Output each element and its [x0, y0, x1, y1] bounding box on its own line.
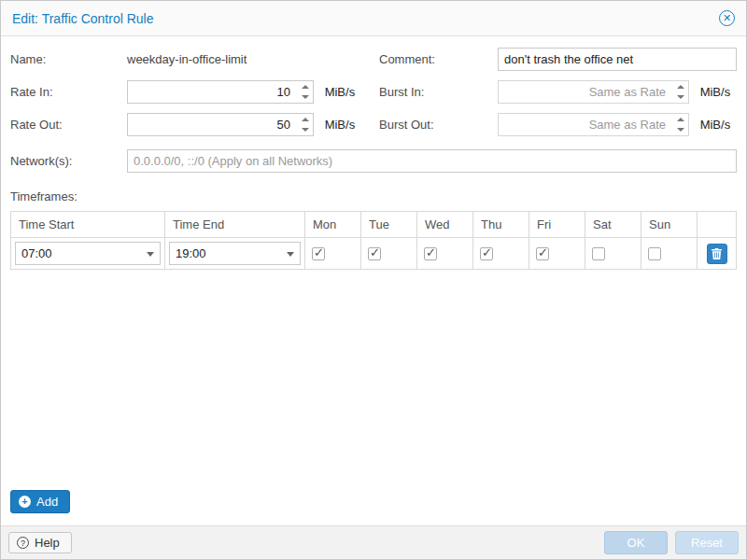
checkbox-sat[interactable] — [592, 247, 605, 260]
rate-out-unit: MiB/s — [325, 118, 356, 132]
checkbox-thu[interactable] — [480, 247, 493, 260]
empty-area — [10, 270, 737, 490]
burst-out-label: Burst Out: — [379, 118, 498, 132]
burst-in-field: MiB/s — [498, 80, 737, 104]
comment-input[interactable] — [498, 48, 737, 71]
col-header-fri: Fri — [529, 212, 585, 238]
spin-up-icon[interactable] — [673, 81, 688, 92]
burst-in-spinner[interactable] — [673, 81, 688, 103]
plus-circle-icon: + — [19, 496, 31, 508]
footer-actions: OK Reset — [604, 531, 739, 554]
rate-out-field: MiB/s — [127, 113, 379, 136]
form-grid: Name: weekday-in-office-limit Comment: R… — [10, 48, 737, 136]
dialog-titlebar: Edit: Traffic Control Rule ✕ — [1, 1, 746, 36]
rate-in-input[interactable] — [127, 80, 314, 104]
rate-out-wrap — [127, 113, 314, 136]
checkbox-sun[interactable] — [648, 247, 661, 260]
spin-down-icon[interactable] — [298, 125, 313, 136]
add-button[interactable]: + Add — [10, 490, 70, 513]
rate-out-input[interactable] — [127, 113, 314, 136]
col-header-sun: Sun — [641, 212, 698, 238]
checkbox-wed[interactable] — [424, 247, 437, 260]
add-button-label: Add — [36, 495, 58, 509]
burst-in-input[interactable] — [498, 80, 689, 104]
spin-up-icon[interactable] — [298, 81, 313, 92]
rate-in-wrap — [127, 80, 314, 104]
trash-icon — [712, 248, 722, 259]
burst-in-unit: MiB/s — [700, 85, 731, 99]
checkbox-fri[interactable] — [536, 247, 549, 260]
timeframes-label: Timeframes: — [10, 189, 737, 203]
spin-down-icon[interactable] — [673, 125, 688, 136]
rate-out-spinner[interactable] — [298, 114, 313, 135]
dialog-footer: ? Help OK Reset — [1, 525, 746, 559]
close-icon[interactable]: ✕ — [719, 10, 735, 26]
checkbox-tue[interactable] — [368, 247, 381, 260]
col-header-actions — [698, 212, 737, 238]
burst-out-spinner[interactable] — [673, 114, 688, 135]
spin-down-icon[interactable] — [673, 92, 688, 104]
burst-out-field: MiB/s — [498, 113, 737, 136]
time-end-input[interactable] — [169, 242, 301, 265]
comment-field-wrap — [498, 48, 737, 71]
rate-in-unit: MiB/s — [325, 85, 356, 99]
burst-in-wrap — [498, 80, 689, 104]
comment-label: Comment: — [379, 52, 498, 66]
burst-in-label: Burst In: — [379, 85, 498, 99]
networks-row: Network(s): — [10, 149, 737, 173]
spin-up-icon[interactable] — [673, 114, 688, 125]
help-button[interactable]: ? Help — [8, 532, 72, 553]
edit-traffic-control-rule-dialog: Edit: Traffic Control Rule ✕ Name: weekd… — [0, 0, 747, 560]
networks-input[interactable] — [127, 149, 737, 173]
time-start-combo[interactable] — [15, 242, 161, 265]
ok-button[interactable]: OK — [604, 531, 668, 554]
reset-button[interactable]: Reset — [675, 531, 739, 554]
rate-in-field: MiB/s — [127, 80, 379, 104]
col-header-time-start: Time Start — [11, 212, 165, 238]
burst-out-wrap — [498, 113, 689, 136]
col-header-time-end: Time End — [165, 212, 305, 238]
burst-out-unit: MiB/s — [700, 118, 731, 132]
col-header-thu: Thu — [473, 212, 529, 238]
name-value: weekday-in-office-limit — [127, 52, 379, 66]
table-row — [11, 238, 737, 270]
dialog-title: Edit: Traffic Control Rule — [12, 11, 153, 26]
spin-up-icon[interactable] — [298, 114, 313, 125]
dialog-body: Name: weekday-in-office-limit Comment: R… — [1, 36, 746, 525]
spin-down-icon[interactable] — [298, 92, 313, 104]
name-label: Name: — [10, 52, 127, 66]
table-header-row: Time Start Time End Mon Tue Wed Thu Fri … — [11, 212, 737, 238]
timeframes-table: Time Start Time End Mon Tue Wed Thu Fri … — [10, 211, 737, 270]
checkbox-mon[interactable] — [312, 247, 325, 260]
time-end-combo[interactable] — [169, 242, 301, 265]
rate-in-spinner[interactable] — [298, 81, 313, 103]
networks-label: Network(s): — [10, 154, 127, 168]
col-header-tue: Tue — [361, 212, 417, 238]
col-header-wed: Wed — [417, 212, 473, 238]
burst-out-input[interactable] — [498, 113, 689, 136]
col-header-mon: Mon — [305, 212, 361, 238]
time-start-input[interactable] — [15, 242, 161, 265]
delete-row-button[interactable] — [707, 244, 727, 264]
rate-out-label: Rate Out: — [10, 118, 127, 132]
question-circle-icon: ? — [17, 537, 29, 549]
rate-in-label: Rate In: — [10, 85, 127, 99]
help-button-label: Help — [35, 536, 60, 550]
col-header-sat: Sat — [585, 212, 641, 238]
